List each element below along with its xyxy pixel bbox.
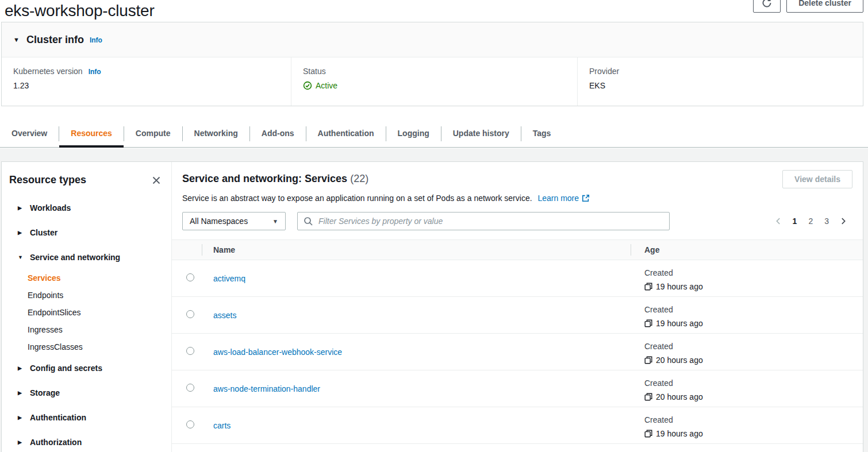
cluster-info-info-link[interactable]: Info <box>90 36 102 44</box>
tab-resources[interactable]: Resources <box>59 121 124 148</box>
chevron-right-icon[interactable] <box>836 214 850 228</box>
radio-button[interactable] <box>186 273 194 281</box>
sidebar-group-authorization[interactable]: ▶ Authorization <box>2 430 171 452</box>
cluster-info-title: Cluster info <box>26 34 84 46</box>
filter-row: All Namespaces ▼ 1 2 3 <box>182 212 852 230</box>
radio-button[interactable] <box>186 310 194 318</box>
sidebar-item-services[interactable]: Services <box>2 269 171 287</box>
service-name-link[interactable]: aws-node-termination-handler <box>213 384 320 393</box>
page-number-2[interactable]: 2 <box>804 217 817 226</box>
age-cell: Created <box>631 444 863 452</box>
kubernetes-version-info-link[interactable]: Info <box>89 68 101 76</box>
radio-button[interactable] <box>186 347 194 355</box>
table-row[interactable]: aws-node-termination-handler Created 20 … <box>172 370 863 407</box>
service-name-link[interactable]: assets <box>213 311 236 320</box>
resources-panel: Resource types ▶ Workloads ▶ Cluster ▼ S… <box>1 161 863 452</box>
caret-right-icon: ▶ <box>18 365 24 371</box>
sidebar-group-label: Storage <box>30 388 60 397</box>
table-header: Name Age <box>172 239 863 260</box>
sidebar-group-label: Config and secrets <box>30 364 102 373</box>
tab-tags[interactable]: Tags <box>521 121 563 148</box>
service-name-link[interactable]: activemq <box>213 274 245 283</box>
tab-overview[interactable]: Overview <box>0 121 59 148</box>
tab-update-history[interactable]: Update history <box>441 121 521 148</box>
name-column-header[interactable]: Name <box>202 245 631 254</box>
tab-compute[interactable]: Compute <box>124 121 182 148</box>
table-row[interactable]: activemq Created 19 hours ago <box>172 260 863 297</box>
sidebar-group-authentication[interactable]: ▶ Authentication <box>2 405 171 430</box>
sidebar-group-service-and-networking[interactable]: ▼ Service and networking <box>2 245 171 269</box>
collapse-triangle-icon[interactable]: ▼ <box>13 36 20 43</box>
cluster-info-body: Kubernetes version Info 1.23 Status Acti… <box>2 57 863 106</box>
search-input[interactable] <box>317 216 667 226</box>
table-row-partial[interactable]: Created <box>172 444 863 452</box>
sidebar-group-storage[interactable]: ▶ Storage <box>2 380 171 405</box>
sidebar-group-label: Authentication <box>30 413 86 422</box>
description-text: Service is an abstract way to expose an … <box>182 194 532 203</box>
learn-more-link[interactable]: Learn more <box>537 192 590 204</box>
age-value: 19 hours ago <box>656 281 703 292</box>
radio-button[interactable] <box>186 384 194 392</box>
kubernetes-version-label: Kubernetes version <box>13 67 83 76</box>
age-column-header[interactable]: Age <box>631 245 863 254</box>
radio-button[interactable] <box>186 420 194 428</box>
page-number-1[interactable]: 1 <box>789 217 801 226</box>
cluster-info-card: ▼ Cluster info Info Kubernetes version I… <box>1 22 863 106</box>
sidebar-item-endpointslices[interactable]: EndpointSlices <box>2 304 171 321</box>
sidebar-item-ingresses[interactable]: Ingresses <box>2 321 171 338</box>
tab-networking[interactable]: Networking <box>183 121 249 148</box>
created-label: Created <box>644 304 863 315</box>
page-header: eks-workshop-cluster Delete cluster <box>0 0 868 22</box>
status-field: Status Active <box>291 57 577 106</box>
provider-label: Provider <box>589 67 863 76</box>
header-actions: Delete cluster <box>753 0 863 13</box>
external-link-icon <box>582 194 590 202</box>
service-name-link[interactable]: aws-load-balancer-webhook-service <box>213 347 342 357</box>
close-icon[interactable] <box>151 175 162 186</box>
table-row[interactable]: aws-load-balancer-webhook-service Create… <box>172 334 863 370</box>
caret-right-icon: ▶ <box>18 205 24 211</box>
sidebar-group-workloads[interactable]: ▶ Workloads <box>2 195 171 220</box>
refresh-button[interactable] <box>753 0 781 13</box>
created-label: Created <box>644 267 863 279</box>
sidebar-group-config-and-secrets[interactable]: ▶ Config and secrets <box>2 356 171 380</box>
sidebar-group-label: Authorization <box>30 438 82 447</box>
status-value: Active <box>316 81 337 90</box>
services-count: (22) <box>350 173 368 184</box>
copy-icon[interactable] <box>644 356 652 364</box>
copy-icon[interactable] <box>644 430 652 438</box>
services-panel: Service and networking: Services (22) Vi… <box>172 162 863 452</box>
table-row[interactable]: assets Created 19 hours ago <box>172 297 863 334</box>
service-name-link[interactable]: carts <box>213 421 231 430</box>
tab-logging[interactable]: Logging <box>386 121 441 148</box>
age-cell: Created 19 hours ago <box>631 260 863 296</box>
tab-add-ons[interactable]: Add-ons <box>250 121 306 148</box>
sidebar-title: Resource types <box>9 174 86 186</box>
delete-cluster-button[interactable]: Delete cluster <box>786 0 863 13</box>
page-number-3[interactable]: 3 <box>820 217 833 226</box>
age-cell: Created 20 hours ago <box>631 334 863 370</box>
age-cell: Created 19 hours ago <box>631 297 863 333</box>
namespace-select[interactable]: All Namespaces ▼ <box>182 212 286 230</box>
sidebar-group-label: Cluster <box>30 228 57 237</box>
tab-authentication[interactable]: Authentication <box>306 121 386 148</box>
panel-title: Service and networking: Services (22) <box>182 170 368 187</box>
sidebar-item-endpoints[interactable]: Endpoints <box>2 287 171 304</box>
copy-icon[interactable] <box>644 393 652 401</box>
chevron-down-icon: ▼ <box>272 218 278 225</box>
copy-icon[interactable] <box>644 319 652 327</box>
search-icon <box>304 217 313 226</box>
caret-right-icon: ▶ <box>18 230 24 235</box>
table-row[interactable]: carts Created 19 hours ago <box>172 407 863 444</box>
kubernetes-version-field: Kubernetes version Info 1.23 <box>2 57 291 106</box>
chevron-left-icon[interactable] <box>771 214 785 228</box>
cluster-info-header[interactable]: ▼ Cluster info Info <box>2 22 863 57</box>
sidebar-item-ingressclasses[interactable]: IngressClasses <box>2 338 171 356</box>
view-details-button[interactable]: View details <box>782 170 852 188</box>
sidebar-group-cluster[interactable]: ▶ Cluster <box>2 220 171 245</box>
age-value: 20 hours ago <box>656 354 703 366</box>
page-title: eks-workshop-cluster <box>5 2 155 20</box>
check-circle-icon <box>303 81 312 90</box>
copy-icon[interactable] <box>644 283 652 291</box>
sidebar-group-label: Service and networking <box>30 253 120 262</box>
